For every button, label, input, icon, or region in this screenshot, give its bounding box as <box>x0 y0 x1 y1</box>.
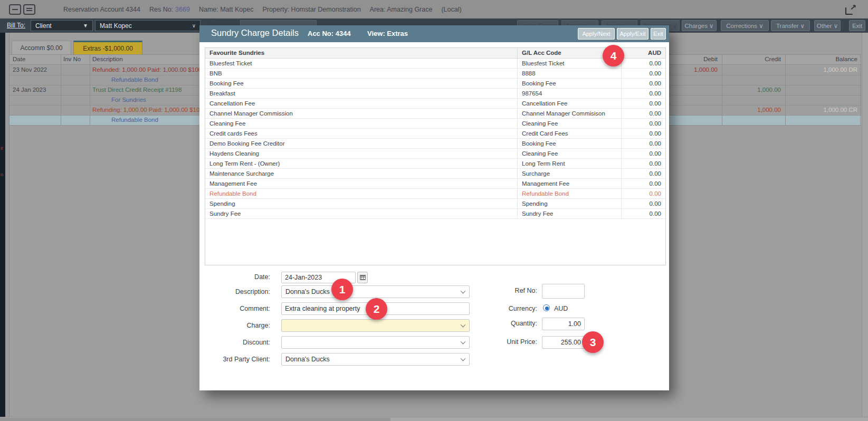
horizontal-scrollbar[interactable] <box>0 417 868 421</box>
toolbar-button-exit[interactable]: Exit <box>849 20 865 31</box>
description-label: Description: <box>201 288 270 295</box>
currency-label: Currency: <box>475 305 537 312</box>
vertical-scrollbar[interactable] <box>862 33 868 417</box>
step-badge-3: 3 <box>582 331 604 353</box>
modal-acc-no: Acc No: 4344 <box>308 30 351 37</box>
quantity-label: Quantity: <box>475 320 537 327</box>
bill-to-label[interactable]: Bill To: <box>7 22 25 29</box>
bill-to-type-select[interactable]: Client▼ <box>31 20 93 31</box>
sundry-row-management-fee[interactable]: Management FeeManagement Fee0.00 <box>205 179 665 189</box>
sundry-name: Channel Manager Commission <box>205 109 518 118</box>
sundry-row-cancellation-fee[interactable]: Cancellation FeeCancellation Fee0.00 <box>205 99 665 109</box>
column-header-description[interactable]: Description <box>92 56 123 62</box>
sundry-code: 8888 <box>518 69 622 78</box>
ref-no-input[interactable] <box>542 284 585 299</box>
area-name: Area: Amazing Grace <box>370 6 433 13</box>
sundry-code: Credit Card Fees <box>518 129 622 138</box>
sundry-row-refundable-bond[interactable]: Refundable BondRefundable Bond0.00 <box>205 189 665 199</box>
sundry-row-cleaning-fee[interactable]: Cleaning FeeCleaning Fee0.00 <box>205 119 665 129</box>
modal-title: Sundry Charge Details <box>211 28 299 38</box>
charge-select[interactable] <box>281 319 470 332</box>
calendar-icon <box>360 275 366 280</box>
sundry-name: BNB <box>205 69 518 78</box>
sundry-row-haydens-cleaning[interactable]: Haydens CleaningCleaning Fee0.00 <box>205 149 665 159</box>
modal-button-apply-next[interactable]: Apply/Next <box>578 28 615 40</box>
scrollbar-thumb[interactable] <box>0 418 390 421</box>
unit-price-input[interactable] <box>542 336 585 349</box>
sundry-code: Cancellation Fee <box>518 99 622 108</box>
toolbar-button-charges[interactable]: Charges ∨ <box>682 20 717 31</box>
bill-to-name-select[interactable]: Matt Kopec∨ <box>95 20 201 31</box>
sundry-row-breakfast[interactable]: Breakfast9876540.00 <box>205 89 665 99</box>
sundry-row-spending[interactable]: SpendingSpending0.00 <box>205 199 665 209</box>
sundry-code: Booking Fee <box>518 79 622 88</box>
discount-select[interactable] <box>281 336 470 349</box>
sundry-row-sundry-fee[interactable]: Sundry FeeSundry Fee0.00 <box>205 209 665 219</box>
sundry-amount: 0.00 <box>622 169 665 178</box>
menu-icon[interactable] <box>23 4 35 15</box>
sundry-amount: 0.00 <box>622 109 665 118</box>
column-header-invno[interactable]: Inv No <box>63 56 81 62</box>
sundry-amount: 0.00 <box>622 149 665 158</box>
collapse-icon[interactable] <box>9 4 21 15</box>
currency-radio-aud[interactable] <box>543 304 550 311</box>
sundry-row-maintenance-surcharge[interactable]: Maintenance SurchargeSurcharge0.00 <box>205 169 665 179</box>
toolbar-button-other[interactable]: Other ∨ <box>814 20 841 31</box>
calendar-button[interactable] <box>357 272 368 283</box>
column-divider <box>785 54 786 125</box>
description-select[interactable]: Donna's Ducks <box>281 285 470 298</box>
cell-date: 24 Jan 2023 <box>13 87 46 93</box>
sundries-header-name[interactable]: Favourite Sundries <box>205 48 518 58</box>
res-no-link[interactable]: 3669 <box>175 6 190 13</box>
sundry-row-long-term-rent-owner[interactable]: Long Term Rent - (Owner)Long Term Rent0.… <box>205 159 665 169</box>
sundries-header-aud[interactable]: AUD <box>622 48 665 58</box>
cell-description: Trust Direct Credit Receipt #1198 <box>92 87 182 93</box>
sundry-row-booking-fee[interactable]: Booking FeeBooking Fee0.00 <box>205 79 665 89</box>
chevron-down-icon <box>461 339 466 345</box>
third-party-client-select[interactable]: Donna's Ducks <box>281 353 470 366</box>
sundry-amount: 0.00 <box>622 69 665 78</box>
modal-button-exit[interactable]: Exit <box>651 28 666 40</box>
modal-button-apply-exit[interactable]: Apply/Exit <box>617 28 648 40</box>
sundry-amount: 0.00 <box>622 199 665 208</box>
sundry-name: Bluesfest Ticket <box>205 59 518 68</box>
chevron-down-icon <box>461 322 466 328</box>
cell-debit: 1,000.00 <box>675 66 718 73</box>
sundry-row-channel-manager-commission[interactable]: Channel Manager CommissionChannel Manage… <box>205 109 665 119</box>
sundry-row-bluesfest-ticket[interactable]: Bluesfest TicketBluesfest Ticket0.00 <box>205 59 665 69</box>
tab-extras[interactable]: Extras -$1,000.00 <box>73 41 142 54</box>
sundry-code: 987654 <box>518 89 622 98</box>
modal-header: Sundry Charge Details Acc No: 4344 View:… <box>199 25 669 42</box>
chevron-down-icon <box>461 356 466 361</box>
column-divider <box>90 54 90 125</box>
sundry-row-bnb[interactable]: BNB88880.00 <box>205 69 665 79</box>
column-header-date[interactable]: Date <box>13 56 25 62</box>
tab-accomm[interactable]: Accomm $0.00 <box>12 41 71 54</box>
toolbar-button-corrections[interactable]: Corrections ∨ <box>721 20 769 31</box>
sidebar-fragment: ir <box>1 146 3 151</box>
sundry-amount: 0.00 <box>622 139 665 148</box>
sundry-code: Refundable Bond <box>518 189 622 198</box>
sundry-amount: 0.00 <box>622 209 665 218</box>
sundry-code: Booking Fee <box>518 139 622 148</box>
sundry-name: Demo Booking Fee Creditor <box>205 139 518 148</box>
sundry-amount: 0.00 <box>622 179 665 188</box>
column-header-credit[interactable]: Credit <box>733 56 781 62</box>
column-header-debit[interactable]: Debit <box>675 56 718 62</box>
currency-value: AUD <box>554 305 568 312</box>
toolbar-button-transfer[interactable]: Transfer ∨ <box>771 20 810 31</box>
column-header-balance[interactable]: Balance <box>789 56 857 62</box>
column-divider <box>860 54 861 125</box>
quantity-input[interactable] <box>542 318 585 330</box>
date-label: Date: <box>201 273 270 281</box>
sundries-rows: Bluesfest TicketBluesfest Ticket0.00BNB8… <box>205 59 665 219</box>
sundry-name: Cleaning Fee <box>205 119 518 128</box>
sundry-row-demo-booking-fee-creditor[interactable]: Demo Booking Fee CreditorBooking Fee0.00 <box>205 139 665 149</box>
ref-no-label: Ref No: <box>475 287 537 294</box>
sundry-name: Maintenance Surcharge <box>205 169 518 178</box>
external-link-icon[interactable]: ↗ <box>845 4 856 15</box>
sundry-name: Spending <box>205 199 518 208</box>
sundry-name: Credit cards Fees <box>205 129 518 138</box>
favourite-sundries-table: Favourite Sundries G/L Acc Code AUD Blue… <box>205 47 666 265</box>
sundry-row-credit-cards-fees[interactable]: Credit cards FeesCredit Card Fees0.00 <box>205 129 665 139</box>
